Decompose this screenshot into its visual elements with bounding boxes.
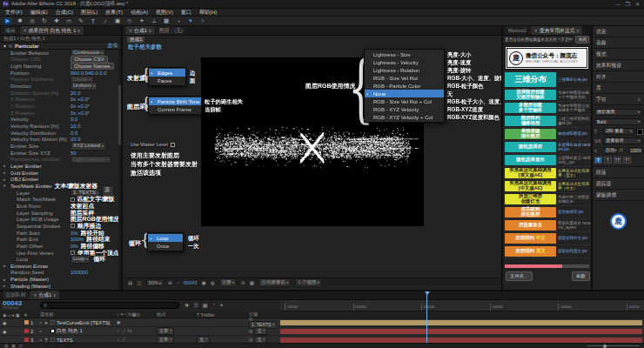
collapsed-panel-header[interactable]: 效果和预设 [593, 60, 644, 71]
search-workspace-icon[interactable]: ◔ [174, 17, 183, 25]
layer-duration-bar[interactable] [280, 338, 642, 343]
property-value[interactable]: 10.0 [70, 124, 81, 129]
minimize-button[interactable]: ─ [616, 0, 620, 9]
property-value[interactable]: 960.0,540.0,0.0 [70, 70, 107, 76]
script-button[interactable]: 单独渐隐 渐出图层 [505, 129, 556, 140]
twirl-icon[interactable]: ▸ [3, 278, 8, 282]
kerning-select[interactable]: 度量标准 [603, 137, 642, 144]
script-button[interactable]: 层关联到 所在图层 [505, 207, 556, 218]
status-control[interactable]: 1 个视图 [295, 278, 322, 287]
twirl-icon[interactable]: ▸ [3, 171, 8, 175]
property-value[interactable]: 0% [70, 231, 78, 236]
eraser-tool-icon[interactable]: ◇ [125, 17, 134, 25]
pen-tool-icon[interactable]: ✎ [77, 17, 85, 25]
leading-select[interactable]: 自动 [603, 147, 618, 154]
menu-item[interactable]: 编辑(E) [30, 9, 48, 17]
fill-color-swatch[interactable] [636, 128, 642, 134]
auto-detect-close-button[interactable]: 关闭 [575, 36, 589, 44]
property-value[interactable]: 0.5 [70, 130, 77, 136]
effect-property-row[interactable]: Z Rotation 0x +0.0° [0, 110, 118, 117]
panel-tab[interactable]: ✕ 图层：(无) ≡ [156, 26, 186, 35]
font-style-select[interactable]: Bold [594, 118, 642, 125]
menu-option[interactable]: Faces [149, 77, 185, 84]
panel-menu-icon[interactable]: ≡ [638, 97, 641, 102]
panel-tab[interactable]: ✕ 项目 ≡ [2, 26, 19, 35]
panel-tab[interactable]: ✕ 渲染队列 ≡ [2, 291, 29, 299]
menu-item[interactable]: 文件(F) [5, 9, 23, 17]
layer-name[interactable]: 白色 纯色 1 [57, 327, 83, 335]
script-button[interactable]: 多图层创建 多个空物体 [505, 103, 556, 114]
folder-button[interactable]: 文件夹... [506, 271, 533, 281]
menu-item[interactable]: 动画(A) [131, 9, 148, 17]
character-panel-header[interactable]: 字符 ≡ [593, 94, 644, 105]
script-button[interactable]: 层层排列英文 [505, 246, 556, 258]
property-value[interactable]: 100000 [70, 270, 88, 275]
close-button[interactable]: ✕ [635, 0, 640, 9]
collapsed-panel-header[interactable]: 音频 [593, 37, 644, 49]
type-tool-icon[interactable]: T [89, 17, 97, 25]
script-button[interactable]: 三维分布 [505, 72, 556, 87]
status-control[interactable]: ◍ [211, 280, 215, 285]
layer-name[interactable]: TextCurveEmit [TEXTS] [57, 320, 110, 325]
twirl-icon[interactable]: ▾ [3, 43, 6, 49]
faux-style-button[interactable]: T [604, 157, 612, 164]
status-control[interactable]: ◫ [137, 280, 141, 285]
shape-tool-icon[interactable]: ▭ [64, 17, 73, 25]
twirl-icon[interactable]: ▾ [3, 184, 8, 188]
script-button[interactable]: 图层阵列 偏移动画 [505, 116, 556, 127]
menu-item[interactable]: 合成(C) [56, 9, 73, 17]
checkbox[interactable] [70, 224, 75, 228]
menu-option[interactable]: Current Frame [149, 105, 201, 113]
menu-option[interactable]: Particle Birth Time [149, 97, 201, 105]
effect-options-link[interactable]: 选项 [107, 42, 117, 50]
layer-switches[interactable]: ▣ [117, 320, 157, 325]
script-button[interactable]: 层批量改名 [505, 220, 556, 231]
plugin-icon-b[interactable]: ✧ [198, 17, 207, 25]
effect-property-row[interactable]: Particles/sec modifier Light Intensity [0, 157, 118, 164]
plugin-icon-a[interactable]: ✦ [186, 17, 195, 25]
workspace-icon[interactable]: ▦ [162, 17, 171, 25]
property-value[interactable]: Choose Names... [70, 63, 114, 70]
comp-navigator-chip[interactable]: 合成1 [127, 37, 144, 43]
status-control[interactable]: ◔ [177, 280, 179, 285]
collapsed-panel-header[interactable]: 对齐 [593, 71, 644, 83]
mode-header[interactable]: 模式 [157, 311, 197, 318]
menu-option[interactable]: RGB - Size Vel Rot [365, 74, 444, 82]
panel-tab[interactable]: ✕ 合成1 ≡ [125, 26, 155, 35]
script-button[interactable]: 所选三维层 创建灯光 [505, 194, 556, 205]
pickwhip-icon[interactable]: ◎ [249, 328, 252, 333]
hand-tool-icon[interactable]: ✱ [16, 17, 24, 25]
effect-property-row[interactable]: Match Text/Mask 匹配文字/蒙版 [0, 196, 118, 203]
visibility-eye-icon[interactable]: ◉ [0, 320, 24, 325]
property-value[interactable]: Uniform [70, 82, 97, 90]
menu-item[interactable]: 图层(L) [81, 9, 97, 17]
panel-tab[interactable]: ✕ 鹿角常用表达式 ≡ [531, 26, 583, 35]
status-control[interactable]: 00043 [184, 280, 198, 285]
timeline-footer-toggle-icon[interactable]: ▦ [11, 344, 15, 348]
panel-menu-icon[interactable]: ≡ [576, 28, 579, 33]
timeline-toggle-icon[interactable]: ✦ [219, 302, 224, 308]
checkbox[interactable] [171, 143, 175, 147]
label-color-chip[interactable] [24, 338, 29, 342]
pan-camera-tool-icon[interactable]: ✚ [52, 17, 61, 25]
collapsed-panel-header[interactable]: 蒙版插值 [593, 190, 644, 201]
property-value[interactable]: Loop [70, 255, 91, 264]
pickwhip-icon[interactable]: ◎ [249, 337, 252, 342]
menu-item[interactable]: 视图(V) [156, 9, 173, 17]
layer-duration-bar[interactable] [280, 329, 642, 334]
status-control[interactable]: 50% [146, 279, 164, 286]
master-level-row[interactable]: Use Master Level [131, 142, 175, 147]
menu-option[interactable]: Loop [148, 234, 183, 242]
menu-item[interactable]: 效果(T) [105, 9, 123, 17]
faux-style-button[interactable]: Tᵀ [623, 157, 631, 164]
twirl-icon[interactable]: ▸ [40, 320, 42, 325]
status-control[interactable]: ▦ [250, 280, 254, 285]
effect-property-row[interactable]: Direction Spread [%] 20.0 [0, 90, 118, 97]
timeline-toggle-icon[interactable]: ☰ [193, 302, 198, 308]
property-value[interactable]: 0x +0.0° [70, 104, 90, 109]
collapsed-panel-header[interactable]: 预览 [593, 49, 644, 60]
twirl-icon[interactable]: ▸ [3, 284, 8, 288]
effect-property-row[interactable]: Position 960.0,540.0,0.0 [0, 70, 118, 77]
effect-property-row[interactable]: Position Subframe Linear [0, 77, 118, 84]
effect-property-row[interactable]: ▾ Text/Mask Emitter 文本/蒙版发射器 [0, 183, 118, 190]
